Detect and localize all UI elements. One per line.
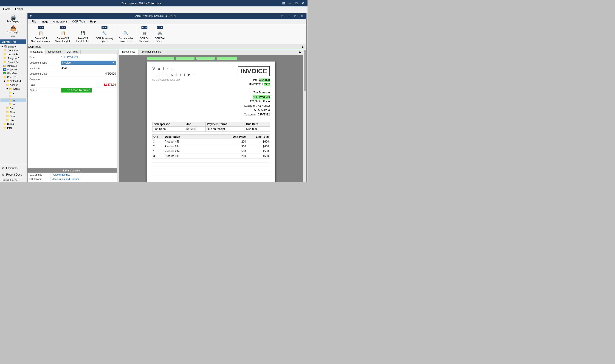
lib-val-cabinet[interactable]: Valeo Industries <box>51 173 72 177</box>
doc-maximize-button[interactable]: □ <box>293 13 298 19</box>
status-color-indicator <box>62 88 66 92</box>
app-close-button[interactable]: ✕ <box>300 0 306 6</box>
viewer-content[interactable]: V a l e oI n d u s t r i e s It's a plea… <box>119 55 303 182</box>
app-restore-button[interactable]: ⊡ <box>281 0 286 6</box>
doc-date-value[interactable]: 4/5/2020 <box>105 72 116 75</box>
tree-item-template[interactable]: TTemplate <box>0 64 26 68</box>
tree-item-accou2[interactable]: ▼📂Accou <box>0 87 26 91</box>
tree-item-saved[interactable]: 📁.Saved Se <box>0 60 26 64</box>
doc-content: Index Data Description OCR Text From ABC… <box>27 49 306 182</box>
comment-input[interactable] <box>61 78 116 81</box>
tree-item-fina1[interactable]: 📁Fina <box>0 110 26 114</box>
create-standard-icon: 📋 <box>37 29 45 37</box>
viewer-scroll-right[interactable]: ▶ <box>297 49 303 55</box>
label-doc-type: Document Type <box>27 61 60 65</box>
tree-item-ban[interactable]: 📁Ban <box>0 106 26 110</box>
save-template-label: Save OCRTemplate As... <box>76 37 90 43</box>
lib-val-drawer[interactable]: Accounting and Finance <box>51 177 81 181</box>
create-smart-template-button[interactable]: OCR 📋 Create OCRSmart Template <box>53 25 73 44</box>
resize-handle[interactable]: ⋮ <box>117 49 119 182</box>
scrollbar-thumb[interactable] <box>304 50 306 91</box>
ribbon-collapse-button[interactable]: ▲ <box>301 45 304 48</box>
qty-2: 2 <box>153 145 165 148</box>
label-doc-date: Document Date <box>27 72 60 76</box>
doc-minimize-button[interactable]: ─ <box>286 13 292 19</box>
sidebar-favorites[interactable]: ⚙ Favorites <box>0 165 26 171</box>
ocr-processing-options-button[interactable]: OCR 🔧 OCR ProcessingOptions <box>94 25 115 44</box>
ribbon-group-label: OCR Tools <box>28 45 41 48</box>
create-smart-icon: 📋 <box>59 29 67 37</box>
lib-row-folder: DXFolder Accounts Payable\Invoice Proces… <box>27 181 117 182</box>
doc-menu-help[interactable]: Help <box>88 20 98 24</box>
ocr-text-zone-button[interactable]: OCR 🖨️ OCR TextZone <box>153 25 166 44</box>
save-template-button[interactable]: 💾 Save OCRTemplate As... <box>74 25 92 44</box>
col-job: Job <box>185 122 205 127</box>
print-display-button[interactable]: 🖨️ Print Display <box>1 13 25 24</box>
ribbon-sep-2 <box>116 26 116 43</box>
lib-row-drawer: DXDrawer Accounting and Finance <box>27 177 117 181</box>
ocr-bar-4 <box>216 57 237 60</box>
tree-item-workflow[interactable]: ✓Workflow <box>0 71 26 75</box>
tree-item-recycle[interactable]: 📁.Recycle B <box>0 56 26 60</box>
app-maximize-button[interactable]: □ <box>294 0 299 6</box>
export-display-button[interactable]: 📤 Expo Displa <box>1 24 25 34</box>
lib-location-header: Library Location <box>27 169 117 173</box>
from-value[interactable]: ABC Products <box>61 55 78 59</box>
save-template-icon: 💾 <box>79 29 87 37</box>
menu-home[interactable]: Home <box>1 7 13 11</box>
doc-menu-ocr[interactable]: OCR Tools <box>70 20 88 24</box>
menu-folder[interactable]: Folder <box>13 7 25 11</box>
company-tagline: It's a pleasure to serve you. <box>152 78 195 81</box>
doc-system-menu[interactable]: ▼ <box>29 14 32 18</box>
tree-item-valeo[interactable]: ▼📂Valeo Ind <box>0 79 26 83</box>
doc-menu-file[interactable]: File <box>29 20 38 24</box>
doc-menu-annotations[interactable]: Annotations <box>51 20 70 24</box>
tree-item-fina2[interactable]: 📁Fina <box>0 114 26 118</box>
tab-ocr-text[interactable]: OCR Text <box>64 49 80 54</box>
tab-documents[interactable]: Documents <box>119 49 138 55</box>
app-minimize-button[interactable]: ─ <box>287 0 293 6</box>
ocr-badge-4: OCR <box>141 26 147 29</box>
lib-val-folder[interactable]: Accounts Payable\Invoice Processing <box>51 181 96 182</box>
sidebar-recent[interactable]: ⚙ Recent Docu <box>0 171 26 178</box>
ribbon-content: OCR 📋 Create OCRStandard Template OCR 📋 … <box>27 24 306 45</box>
library-location: Library Location DXCabinet Valeo Industr… <box>27 168 117 182</box>
invoice-num-input[interactable] <box>61 66 116 70</box>
tab-scanner-settings[interactable]: Scanner Settings <box>138 49 164 55</box>
invoice-meta: Date: 4/5/2020 INVOICE # 4542 Tim Jameso… <box>238 78 270 117</box>
text-zone-label: OCR TextZone <box>155 37 165 43</box>
col-unit-price: Unit Price <box>223 135 246 138</box>
ocr-barcode-button[interactable]: OCR ▦ OCR BarCode Zone <box>137 25 152 44</box>
total-value[interactable]: $2,376.00 <box>104 83 116 86</box>
tree-item-w[interactable]: 📁W <box>0 102 26 106</box>
tree-item-infor[interactable]: 📁Infor <box>0 126 26 130</box>
lib-key-folder: DXFolder <box>27 181 51 182</box>
doc-close-button[interactable]: ✕ <box>299 13 305 19</box>
tree-item-accoun1[interactable]: 📁Accoun <box>0 83 26 87</box>
ocr-badge-5: OCR <box>157 26 163 29</box>
tree-item-clare[interactable]: 📁Clare Ros <box>0 75 26 79</box>
create-standard-template-button[interactable]: OCR 📋 Create OCRStandard Template <box>29 25 52 44</box>
capture-index-button[interactable]: 🔍 Capture IndexInfo via... ▼ <box>117 25 135 44</box>
doc-type-select[interactable]: Invoice ▼ <box>61 61 116 65</box>
unit-2: 300 <box>223 145 246 148</box>
tree-item-library[interactable]: ▼📚Library <box>0 45 26 48</box>
viewer-scrollbar[interactable] <box>303 49 306 182</box>
tree-item-f[interactable]: 📁F <box>0 95 26 98</box>
tree-item-c[interactable]: 📁C <box>0 91 26 95</box>
tree-item-in[interactable]: 📁In <box>0 98 26 102</box>
doc-menu-image[interactable]: Image <box>38 20 51 24</box>
tree-item-huma[interactable]: 📁Huma <box>0 122 26 126</box>
tree-item-import[interactable]: 📁.Import Er <box>0 52 26 56</box>
doc-restore-button[interactable]: ⊡ <box>280 13 285 19</box>
invoice-num-highlight: 4542 <box>264 83 270 86</box>
tab-description[interactable]: Description <box>45 49 64 54</box>
tab-index-data[interactable]: Index Data <box>27 49 45 54</box>
bill-to-company: ABC Products <box>253 95 270 99</box>
tree-item-workfol[interactable]: WWork Fol <box>0 68 26 71</box>
form-row-status: Status No Action Required <box>27 87 117 93</box>
desc-1: Product 453 <box>165 140 223 143</box>
tree-item-stat[interactable]: 📁Stat <box>0 118 26 122</box>
tree-item-dx-inbox[interactable]: 📁.DX Inbox <box>0 48 26 52</box>
value-comment <box>60 77 117 81</box>
